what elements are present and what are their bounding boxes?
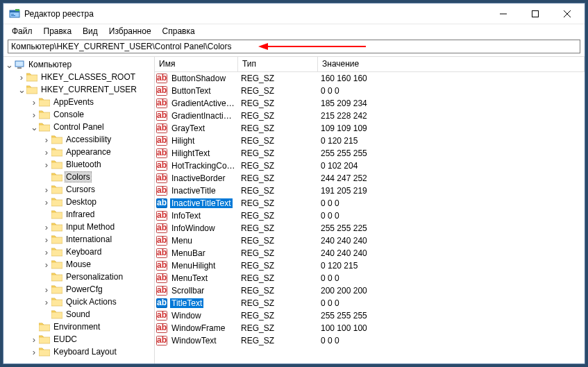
value-row[interactable]: abMenuBarREG_SZ240 240 240 (155, 247, 585, 259)
value-row[interactable]: abInactiveTitleREG_SZ191 205 219 (155, 185, 585, 197)
expander-icon[interactable]: › (42, 297, 51, 307)
value-row[interactable]: abScrollbarREG_SZ200 200 200 (155, 284, 585, 297)
value-row[interactable]: abInfoWindowREG_SZ255 255 225 (155, 222, 585, 234)
expander-icon[interactable]: › (30, 97, 38, 108)
tree-node-accessibility[interactable]: ›Accessibility (5, 133, 154, 146)
tree-node-cursors[interactable]: ›Cursors (5, 183, 154, 196)
tree-node-powerCfg[interactable]: ›PowerCfg (5, 283, 154, 296)
tree-node-colors[interactable]: Colors (5, 171, 154, 183)
value-type: REG_SZ (237, 223, 317, 233)
value-row[interactable]: abTitleTextREG_SZ0 0 0 (155, 297, 585, 309)
value-type: REG_SZ (237, 236, 317, 246)
tree-label: Appearance (65, 147, 112, 157)
expander-icon[interactable]: › (42, 222, 51, 232)
tree-label: Environment (52, 322, 101, 332)
value-name: MenuText (170, 273, 209, 283)
tree-node-appEvents[interactable]: ›AppEvents (5, 96, 154, 108)
menu-file[interactable]: Файл (6, 25, 38, 37)
tree-node-eudc[interactable]: ›EUDC (5, 333, 154, 345)
minimize-button[interactable] (487, 3, 519, 24)
value-row[interactable]: abInactiveBorderREG_SZ244 247 252 (155, 172, 585, 185)
value-row[interactable]: abButtonTextREG_SZ0 0 0 (155, 85, 585, 97)
tree-node-hkcr[interactable]: ›HKEY_CLASSES_ROOT (5, 71, 154, 83)
tree-node-inputMethod[interactable]: ›Input Method (5, 221, 154, 233)
value-row[interactable]: abMenuREG_SZ240 240 240 (155, 234, 585, 247)
expander-icon[interactable]: › (42, 197, 51, 207)
tree-node-keyboard[interactable]: ›Keyboard (5, 246, 154, 258)
tree-node-console[interactable]: ›Console (5, 108, 154, 121)
value-row[interactable]: abWindowTextREG_SZ0 0 0 (155, 334, 585, 347)
value-row[interactable]: abHotTrackingColorREG_SZ0 102 204 (155, 160, 585, 172)
value-row[interactable]: abGrayTextREG_SZ109 109 109 (155, 122, 585, 135)
tree-node-root[interactable]: ⌄Компьютер (5, 58, 154, 71)
menu-view[interactable]: Вид (77, 25, 103, 37)
titlebar[interactable]: Редактор реестра (3, 3, 585, 24)
expander-icon[interactable]: › (42, 284, 51, 295)
column-name[interactable]: Имя (155, 57, 238, 71)
value-row[interactable]: abWindowREG_SZ255 255 255 (155, 309, 585, 322)
expander-icon[interactable]: › (17, 72, 26, 83)
value-data: 0 0 0 (317, 211, 585, 221)
tree-node-keyboardLayout[interactable]: ›Keyboard Layout (5, 345, 154, 358)
menu-help[interactable]: Справка (157, 25, 201, 37)
expander-icon[interactable]: › (30, 347, 38, 357)
tree-panel[interactable]: ⌄Компьютер›HKEY_CLASSES_ROOT⌄HKEY_CURREN… (3, 57, 155, 364)
value-data: 0 0 0 (317, 298, 585, 308)
value-row[interactable]: abGradientActiveT...REG_SZ185 209 234 (155, 97, 585, 110)
tree-node-environment[interactable]: Environment (5, 321, 154, 333)
tree-node-personalization[interactable]: Personalization (5, 271, 154, 283)
expander-icon[interactable]: › (30, 110, 38, 120)
expander-icon[interactable]: › (42, 247, 51, 257)
svg-rect-13 (17, 67, 22, 69)
expander-icon[interactable]: ⌄ (30, 122, 38, 133)
expander-icon[interactable]: › (42, 185, 51, 195)
value-row[interactable]: abHilightREG_SZ0 120 215 (155, 135, 585, 147)
tree-label: HKEY_CLASSES_ROOT (40, 72, 137, 82)
value-row[interactable]: abWindowFrameREG_SZ100 100 100 (155, 322, 585, 334)
svg-text:ab: ab (157, 323, 167, 332)
value-name: Menu (170, 236, 194, 246)
close-button[interactable] (551, 3, 583, 24)
expander-icon[interactable]: ⌄ (17, 85, 26, 95)
expander-icon[interactable]: › (42, 234, 51, 245)
tree-node-international[interactable]: ›International (5, 233, 154, 246)
tree-node-sound[interactable]: Sound (5, 308, 154, 321)
value-row[interactable]: abButtonShadowREG_SZ160 160 160 (155, 72, 585, 85)
folder-icon (51, 210, 62, 219)
expander-icon[interactable]: › (42, 135, 51, 145)
svg-text:ab: ab (157, 148, 167, 157)
expander-icon[interactable]: › (42, 259, 51, 270)
string-value-icon: ab (156, 136, 167, 146)
value-row[interactable]: abHilightTextREG_SZ255 255 255 (155, 147, 585, 160)
expander-icon[interactable]: › (42, 160, 51, 170)
list-body[interactable]: abButtonShadowREG_SZ160 160 160abButtonT… (155, 72, 585, 364)
maximize-button[interactable] (519, 3, 551, 24)
tree-node-infrared[interactable]: Infrared (5, 208, 154, 221)
column-type[interactable]: Тип (238, 57, 318, 71)
value-row[interactable]: abGradientInactive...REG_SZ215 228 242 (155, 110, 585, 122)
value-type: REG_SZ (237, 161, 317, 171)
value-name: MenuHilight (170, 261, 217, 271)
tree-node-mouse[interactable]: ›Mouse (5, 258, 154, 271)
tree-node-quickActions[interactable]: ›Quick Actions (5, 296, 154, 308)
tree-node-bluetooth[interactable]: ›Bluetooth (5, 158, 154, 171)
value-row[interactable]: abMenuTextREG_SZ0 0 0 (155, 272, 585, 284)
column-value[interactable]: Значение (318, 57, 585, 71)
menu-favorites[interactable]: Избранное (103, 25, 157, 37)
tree-node-appearance[interactable]: ›Appearance (5, 146, 154, 158)
tree-node-desktop[interactable]: ›Desktop (5, 196, 154, 208)
tree-node-hkcu[interactable]: ⌄HKEY_CURRENT_USER (5, 83, 154, 96)
value-data: 244 247 252 (317, 173, 585, 183)
expander-icon[interactable]: › (30, 334, 38, 345)
value-type: REG_SZ (237, 336, 317, 345)
value-row[interactable]: abInactiveTitleTextREG_SZ0 0 0 (155, 197, 585, 210)
value-row[interactable]: abMenuHilightREG_SZ0 120 215 (155, 259, 585, 272)
string-value-icon: ab (156, 86, 167, 96)
address-bar[interactable]: Компьютер\HKEY_CURRENT_USER\Control Pane… (8, 40, 580, 53)
menu-edit[interactable]: Правка (38, 25, 78, 37)
value-row[interactable]: abInfoTextREG_SZ0 0 0 (155, 210, 585, 222)
expander-icon[interactable]: › (42, 147, 51, 157)
svg-text:ab: ab (157, 261, 167, 270)
tree-node-controlPanel[interactable]: ⌄Control Panel (5, 121, 154, 133)
expander-icon[interactable]: ⌄ (5, 60, 13, 70)
